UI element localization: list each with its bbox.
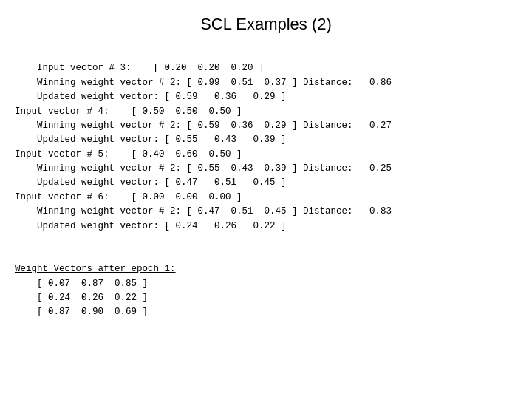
line-12: Updated weight vector: [ 0.24 0.26 0.22 … (15, 221, 287, 231)
line-7: Input vector # 5: [ 0.40 0.60 0.50 ] (15, 149, 242, 160)
line-8: Winning weight vector # 2: [ 0.55 0.43 0… (15, 163, 392, 174)
line-10: Input vector # 6: [ 0.00 0.00 0.00 ] (15, 192, 242, 202)
line-6: Updated weight vector: [ 0.55 0.43 0.39 … (15, 134, 287, 145)
weight-vectors-section: Weight Vectors after epoch 1: [ 0.07 0.8… (15, 262, 517, 320)
weight-vector-1: [ 0.07 0.87 0.85 ] (15, 277, 517, 291)
examples-block: Input vector # 3: [ 0.20 0.20 0.20 ] Win… (15, 47, 517, 248)
content-area: Input vector # 3: [ 0.20 0.20 0.20 ] Win… (15, 47, 517, 320)
weight-vector-3: [ 0.87 0.90 0.69 ] (15, 305, 517, 319)
page-title: SCL Examples (2) (200, 15, 332, 34)
line-11: Winning weight vector # 2: [ 0.47 0.51 0… (15, 206, 392, 216)
line-9: Updated weight vector: [ 0.47 0.51 0.45 … (15, 177, 287, 188)
line-1: Input vector # 3: [ 0.20 0.20 0.20 ] (37, 63, 265, 73)
weight-vectors-label: Weight Vectors after epoch 1: (15, 262, 517, 276)
line-2: Winning weight vector # 2: [ 0.99 0.51 0… (15, 78, 392, 88)
line-5: Winning weight vector # 2: [ 0.59 0.36 0… (15, 120, 392, 131)
weight-vector-2: [ 0.24 0.26 0.22 ] (15, 291, 517, 305)
line-3: Updated weight vector: [ 0.59 0.36 0.29 … (15, 92, 287, 102)
line-4: Input vector # 4: [ 0.50 0.50 0.50 ] (15, 106, 242, 117)
